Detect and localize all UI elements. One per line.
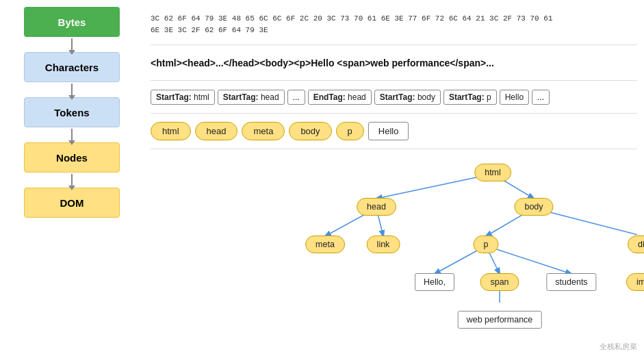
content-area: 3C 62 6F 64 79 3E 48 65 6C 6C 6F 2C 20 3…: [144, 0, 644, 356]
pipeline: BytesCharactersTokensNodesDOM: [0, 0, 144, 356]
node-item-1: head: [195, 122, 238, 140]
token-item-3: EndTag: head: [308, 90, 372, 105]
token-item-6: Hello: [500, 90, 529, 105]
dom-node-head: head: [357, 198, 396, 216]
pipeline-box-dom: DOM: [24, 188, 120, 218]
token-item-1: StartTag: head: [218, 90, 285, 105]
pipeline-box-bytes: Bytes: [24, 7, 120, 37]
node-item-2: meta: [242, 122, 285, 140]
main-container: BytesCharactersTokensNodesDOM 3C 62 6F 6…: [0, 0, 644, 356]
node-item-3: body: [289, 122, 331, 140]
token-item-5: StartTag: p: [443, 90, 497, 105]
token-item-4: StartTag: body: [374, 90, 441, 105]
arrow-down-2: [71, 129, 73, 141]
dom-node-meta: meta: [305, 236, 345, 253]
arrow-down-1: [71, 84, 73, 96]
dom-node-body: body: [514, 198, 553, 216]
dom-node-div: div: [628, 236, 644, 253]
token-item-2: ...: [287, 90, 305, 105]
token-item-0: StartTag: html: [151, 90, 215, 105]
characters-row: <html><head>...</head><body><p>Hello <sp…: [151, 45, 637, 81]
dom-section: htmlheadbodymetalinkpdivHello,spanstuden…: [151, 152, 637, 352]
dom-node-p: p: [474, 236, 499, 253]
bytes-text: 3C 62 6F 64 79 3E 48 65 6C 6C 6F 2C 20 3…: [151, 13, 553, 36]
arrow-down-0: [71, 38, 73, 51]
token-item-7: ...: [532, 90, 550, 105]
characters-text: <html><head>...</head><body><p>Hello <sp…: [151, 58, 494, 68]
pipeline-box-nodes: Nodes: [24, 142, 120, 173]
dom-node-webperf: web performance: [458, 311, 542, 329]
dom-node-hello: Hello,: [415, 273, 454, 291]
pipeline-box-characters: Characters: [24, 52, 120, 82]
dom-node-students: students: [546, 273, 596, 291]
dom-tree: htmlheadbodymetalinkpdivHello,spanstuden…: [151, 152, 637, 303]
node-item-4: p: [336, 122, 364, 140]
nodes-row-section: htmlheadmetabodypHello: [151, 114, 637, 149]
tokens-row-section: StartTag: htmlStartTag: head...EndTag: h…: [151, 81, 637, 114]
node-item-5: Hello: [368, 122, 409, 140]
dom-node-link: link: [367, 236, 400, 253]
dom-node-img: img: [626, 273, 644, 291]
pipeline-box-tokens: Tokens: [24, 97, 120, 127]
arrow-down-3: [71, 174, 73, 186]
nodes-row: htmlheadmetabodypHello: [151, 122, 409, 140]
svg-line-8: [486, 246, 571, 274]
node-item-0: html: [151, 122, 191, 140]
dom-node-span: span: [480, 273, 519, 291]
watermark: 全栈私房菜: [600, 342, 637, 352]
bytes-row: 3C 62 6F 64 79 3E 48 65 6C 6C 6F 2C 20 3…: [151, 4, 637, 45]
tokens-row: StartTag: htmlStartTag: head...EndTag: h…: [151, 90, 550, 105]
dom-node-html: html: [474, 164, 511, 181]
